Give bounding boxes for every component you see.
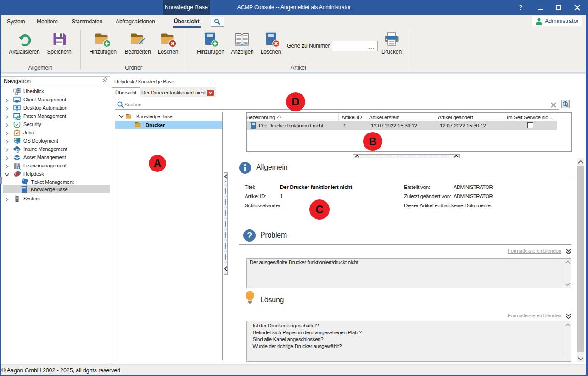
svg-text:?: ? xyxy=(247,231,252,240)
